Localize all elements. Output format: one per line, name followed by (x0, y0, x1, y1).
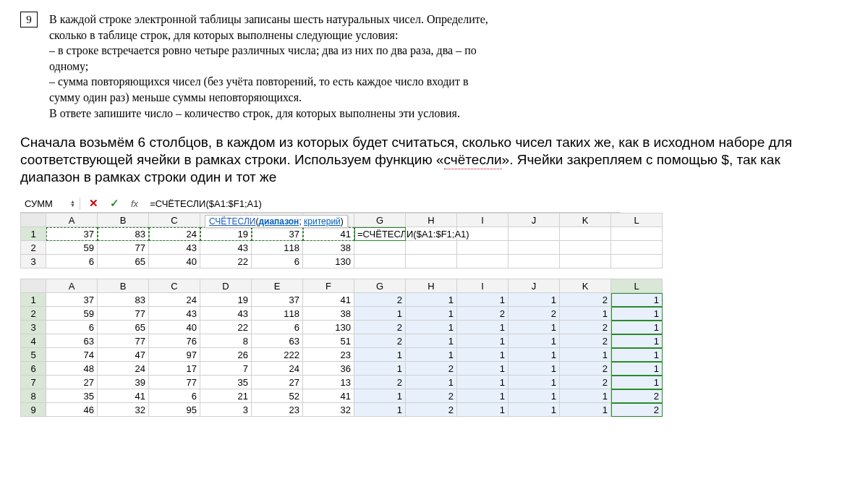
cell[interactable]: 76 (149, 334, 200, 348)
cell[interactable] (406, 241, 457, 255)
cell[interactable]: 2 (406, 389, 457, 403)
cell[interactable]: 1 (509, 403, 560, 417)
row-header[interactable]: 9 (21, 403, 46, 417)
name-box[interactable]: СУММ ▲▼ (20, 198, 80, 210)
cell[interactable]: 38 (303, 307, 354, 321)
row-header[interactable]: 1 (21, 293, 46, 307)
cell[interactable]: 1 (611, 321, 663, 334)
cell[interactable]: 37 (46, 293, 98, 307)
cell[interactable]: 2 (560, 334, 611, 348)
cell[interactable]: 41 (303, 389, 354, 403)
col-header[interactable]: B (98, 213, 149, 227)
col-header[interactable]: K (560, 279, 611, 293)
cell[interactable]: 59 (46, 307, 98, 321)
cell[interactable]: 1 (611, 293, 663, 307)
cell[interactable]: 37 (252, 293, 303, 307)
cell[interactable]: 130 (303, 255, 354, 268)
cell[interactable]: 1 (560, 348, 611, 362)
cell[interactable]: 1 (509, 376, 560, 389)
cell[interactable]: 77 (149, 376, 200, 389)
cell[interactable]: 1 (611, 334, 663, 348)
formula-input[interactable] (147, 198, 621, 210)
cell[interactable]: 19 (200, 293, 252, 307)
cell[interactable]: 63 (252, 334, 303, 348)
col-header[interactable]: C (149, 279, 200, 293)
cell[interactable]: 22 (200, 255, 252, 268)
cell[interactable]: 2 (354, 334, 406, 348)
cell[interactable]: 65 (98, 255, 149, 268)
cell[interactable]: 1 (509, 389, 560, 403)
col-header[interactable]: L (611, 279, 663, 293)
cell[interactable]: 222 (252, 348, 303, 362)
cell[interactable]: 6 (252, 255, 303, 268)
col-header[interactable]: G (354, 279, 406, 293)
cell[interactable] (406, 255, 457, 268)
cell[interactable]: 6 (46, 255, 98, 268)
cell[interactable]: 13 (303, 376, 354, 389)
cell[interactable]: 43 (200, 307, 252, 321)
cell[interactable]: 41 (98, 389, 149, 403)
row-header[interactable]: 2 (21, 241, 46, 255)
cell[interactable]: 36 (303, 362, 354, 376)
cell[interactable]: 17 (149, 362, 200, 376)
cell[interactable]: 95 (149, 403, 200, 417)
cell[interactable]: 130 (303, 321, 354, 334)
cell[interactable]: 47 (98, 348, 149, 362)
cell[interactable]: 1 (457, 362, 509, 376)
cell[interactable]: 1 (457, 389, 509, 403)
cell[interactable]: 26 (200, 348, 252, 362)
cell[interactable]: 24 (149, 227, 200, 241)
cell[interactable] (457, 241, 509, 255)
cell[interactable]: =СЧЁТЕСЛИ($A1:$F1;A1) (354, 227, 406, 241)
cell[interactable]: 2 (354, 376, 406, 389)
cell[interactable]: 1 (354, 348, 406, 362)
cell[interactable]: 1 (560, 389, 611, 403)
cell[interactable] (509, 227, 560, 241)
cell[interactable]: 2 (354, 321, 406, 334)
grid-bottom[interactable]: ABCDEFGHIJKL1378324193741211121259774343… (20, 279, 663, 417)
cell[interactable]: 1 (406, 321, 457, 334)
cell[interactable]: 8 (200, 334, 252, 348)
cell[interactable]: 1 (457, 293, 509, 307)
cell[interactable]: 1 (611, 307, 663, 321)
cell[interactable]: 6 (149, 389, 200, 403)
row-header[interactable]: 2 (21, 307, 46, 321)
cell[interactable]: 39 (98, 376, 149, 389)
col-header[interactable]: I (457, 279, 509, 293)
cell[interactable]: 40 (149, 255, 200, 268)
cell[interactable] (560, 241, 611, 255)
col-header[interactable]: A (46, 279, 98, 293)
cell[interactable]: 77 (98, 307, 149, 321)
cell[interactable]: 24 (98, 362, 149, 376)
cell[interactable]: 48 (46, 362, 98, 376)
cell[interactable]: 2 (560, 362, 611, 376)
cell[interactable]: 1 (354, 307, 406, 321)
cell[interactable]: 1 (560, 307, 611, 321)
cell[interactable]: 27 (46, 376, 98, 389)
cell[interactable] (560, 255, 611, 268)
cell[interactable]: 1 (406, 307, 457, 321)
col-header[interactable]: J (509, 213, 560, 227)
cell[interactable]: 2 (560, 321, 611, 334)
row-header[interactable]: 4 (21, 334, 46, 348)
cell[interactable]: 118 (252, 307, 303, 321)
cell[interactable]: 1 (406, 348, 457, 362)
cell[interactable] (354, 255, 406, 268)
col-header[interactable]: A (46, 213, 98, 227)
select-all-corner[interactable] (21, 213, 46, 227)
cell[interactable]: 19 (200, 227, 252, 241)
col-header[interactable]: D (200, 279, 252, 293)
cell[interactable]: 43 (149, 241, 200, 255)
col-header[interactable]: H (406, 213, 457, 227)
cell[interactable]: 1 (509, 321, 560, 334)
row-header[interactable]: 8 (21, 389, 46, 403)
cell[interactable]: 24 (252, 362, 303, 376)
row-header[interactable]: 1 (21, 227, 46, 241)
cell[interactable]: 6 (252, 321, 303, 334)
cell[interactable]: 35 (200, 376, 252, 389)
cell[interactable]: 2 (611, 403, 663, 417)
cell[interactable]: 1 (611, 362, 663, 376)
cell[interactable]: 1 (457, 376, 509, 389)
col-header[interactable]: H (406, 279, 457, 293)
cell[interactable]: 38 (303, 241, 354, 255)
